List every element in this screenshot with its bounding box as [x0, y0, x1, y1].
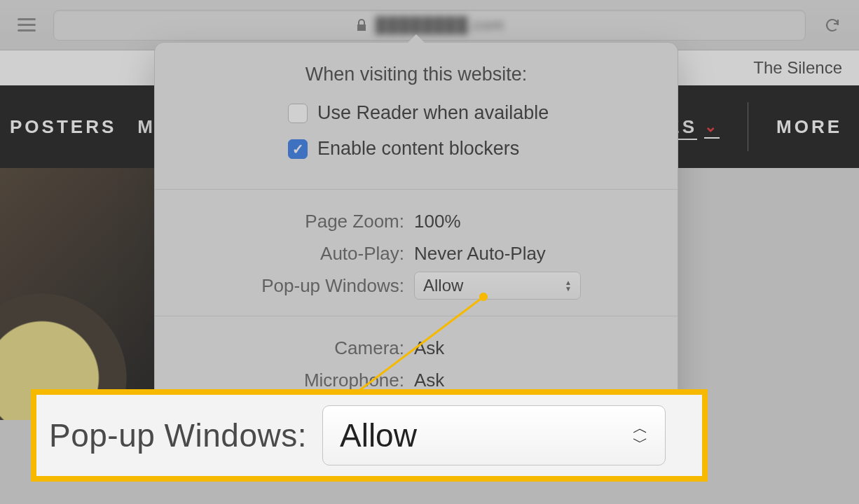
- camera-label: Camera:: [155, 337, 414, 359]
- popover-title: When visiting this website:: [155, 43, 678, 102]
- reload-button[interactable]: [817, 11, 848, 39]
- content-blockers-row[interactable]: Enable content blockers: [288, 138, 678, 160]
- popup-windows-select[interactable]: Allow ▲▼: [414, 272, 581, 300]
- nav-m[interactable]: M: [137, 116, 156, 138]
- callout-value: Allow: [340, 416, 417, 454]
- reader-label: Use Reader when available: [317, 102, 549, 124]
- address-bar[interactable]: ████████.com: [53, 10, 806, 41]
- reload-icon: [824, 17, 841, 34]
- content-blockers-checkbox[interactable]: [288, 139, 308, 159]
- url-text: ████████.com: [376, 16, 504, 34]
- chevron-down-icon: ⌄: [704, 118, 720, 136]
- header-right-text: The Silence: [753, 58, 842, 78]
- autoplay-label: Auto-Play:: [155, 243, 414, 265]
- autoplay-row: Auto-Play: Never Auto-Play: [155, 237, 678, 270]
- page-zoom-value[interactable]: 100%: [414, 211, 678, 232]
- popup-windows-value: Allow: [423, 276, 463, 295]
- stepper-icon: ▲▼: [565, 279, 572, 292]
- lock-icon: [355, 18, 369, 32]
- popup-windows-row: Pop-up Windows: Allow ▲▼: [155, 270, 678, 302]
- camera-row: Camera: Ask: [155, 332, 678, 364]
- microphone-label: Microphone:: [155, 370, 414, 391]
- reader-checkbox[interactable]: [288, 104, 308, 123]
- nav-separator: [748, 102, 748, 151]
- callout-label: Pop-up Windows:: [49, 416, 307, 454]
- hamburger-icon[interactable]: [11, 11, 42, 39]
- page-background-image: [0, 168, 154, 420]
- website-settings-popover: When visiting this website: Use Reader w…: [154, 42, 678, 434]
- autoplay-value[interactable]: Never Auto-Play: [414, 243, 678, 265]
- content-blockers-label: Enable content blockers: [317, 138, 519, 160]
- callout-highlight: Pop-up Windows: Allow ︿﹀: [31, 389, 708, 482]
- page-zoom-label: Page Zoom:: [155, 211, 414, 232]
- camera-value[interactable]: Ask: [414, 337, 678, 359]
- reader-row[interactable]: Use Reader when available: [288, 102, 678, 124]
- stepper-icon: ︿﹀: [633, 421, 648, 449]
- nav-posters[interactable]: POSTERS: [10, 116, 116, 138]
- callout-dot: [479, 293, 488, 301]
- page-zoom-row: Page Zoom: 100%: [155, 205, 678, 237]
- microphone-value[interactable]: Ask: [414, 370, 678, 391]
- callout-select[interactable]: Allow ︿﹀: [322, 405, 666, 465]
- popup-windows-label: Pop-up Windows:: [155, 275, 414, 297]
- nav-more[interactable]: MORE: [776, 116, 842, 138]
